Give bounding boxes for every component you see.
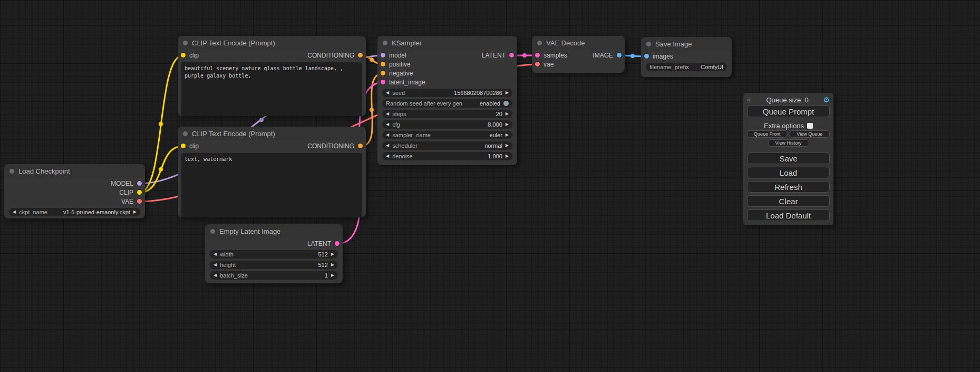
decrement-arrow-icon[interactable]: ◀ [214, 252, 217, 256]
node-load-checkpoint[interactable]: Load Checkpoint MODEL CLIP VAE ◀ ckpt_na… [4, 164, 145, 218]
decrement-arrow-icon[interactable]: ◀ [386, 144, 389, 148]
collapse-dot-icon[interactable] [537, 41, 542, 45]
decrement-arrow-icon[interactable]: ◀ [386, 112, 389, 116]
toggle-icon[interactable] [503, 101, 509, 106]
graph-canvas[interactable]: Load Checkpoint MODEL CLIP VAE ◀ ckpt_na… [0, 0, 980, 372]
view-queue-button[interactable]: View Queue [790, 130, 830, 138]
widget-height[interactable]: ◀ height 512 ▶ [210, 261, 338, 269]
decrement-arrow-icon[interactable]: ◀ [214, 263, 217, 267]
widget-denoise[interactable]: ◀ denoise 1.000 ▶ [382, 152, 512, 160]
queue-prompt-button[interactable]: Queue Prompt [747, 106, 830, 117]
widget-ckpt-name[interactable]: ◀ ckpt_name v1-5-pruned-emaonly.ckpt ▶ [9, 208, 140, 216]
input-slot-clip-icon[interactable] [181, 53, 186, 58]
input-slot-negative-icon[interactable] [381, 71, 385, 75]
input-slot-clip-icon[interactable] [181, 144, 186, 148]
slot-row: clip CONDITIONING [178, 141, 366, 150]
increment-arrow-icon[interactable]: ▶ [506, 112, 509, 116]
widget-steps[interactable]: ◀ steps 20 ▶ [382, 110, 512, 118]
increment-arrow-icon[interactable]: ▶ [331, 273, 334, 278]
widget-label: seed [392, 90, 405, 96]
decrement-arrow-icon[interactable]: ◀ [386, 133, 389, 137]
output-slot-latent-icon[interactable] [335, 241, 339, 246]
input-slot-latent-image-icon[interactable] [381, 80, 385, 84]
widget-sampler-name[interactable]: ◀ sampler_name euler ▶ [382, 131, 512, 139]
view-history-button[interactable]: View History [768, 139, 809, 147]
widget-batch-size[interactable]: ◀ batch_size 1 ▶ [210, 271, 338, 280]
load-button[interactable]: Load [747, 167, 830, 178]
input-slot-images-icon[interactable] [644, 54, 649, 59]
decrement-arrow-icon[interactable]: ◀ [386, 91, 389, 95]
increment-arrow-icon[interactable]: ▶ [506, 144, 509, 148]
input-label-samples: samples [544, 52, 567, 59]
node-title-bar[interactable]: Empty Latent Image [205, 224, 343, 238]
refresh-button[interactable]: Refresh [747, 181, 830, 193]
decrement-arrow-icon[interactable]: ◀ [13, 210, 16, 214]
queue-front-button[interactable]: Queue Front [747, 130, 788, 138]
save-button[interactable]: Save [747, 152, 830, 164]
node-title-bar[interactable]: Save Image [641, 37, 732, 51]
output-slot-clip-icon[interactable] [137, 190, 142, 195]
node-title-bar[interactable]: KSampler [377, 36, 517, 50]
collapse-dot-icon[interactable] [183, 131, 188, 136]
collapse-dot-icon[interactable] [646, 42, 651, 46]
widget-value: normal [484, 142, 502, 149]
node-save-image[interactable]: Save Image images filename_prefix ComfyU… [641, 37, 732, 77]
node-title-bar[interactable]: CLIP Text Encode (Prompt) [178, 127, 366, 140]
widget-value: 8.000 [488, 121, 502, 128]
output-slot-image-icon[interactable] [617, 53, 622, 58]
node-title-bar[interactable]: Load Checkpoint [4, 164, 145, 178]
increment-arrow-icon[interactable]: ▶ [331, 263, 334, 267]
output-slot-conditioning-icon[interactable] [358, 53, 363, 58]
widget-seed[interactable]: ◀ seed 156680208700286 ▶ [382, 89, 512, 97]
input-label-clip: clip [189, 52, 199, 59]
collapse-dot-icon[interactable] [210, 229, 215, 234]
widget-cfg[interactable]: ◀ cfg 8.000 ▶ [382, 120, 512, 129]
output-slot-model-icon[interactable] [137, 181, 142, 186]
node-ksampler[interactable]: KSampler model LATENT positive negative [377, 36, 517, 165]
input-label-images: images [653, 53, 673, 60]
input-slot-model-icon[interactable] [381, 53, 385, 58]
node-vae-decode[interactable]: VAE Decode samples IMAGE vae [532, 36, 625, 73]
drag-handle-icon[interactable]: ⣿ [747, 97, 754, 102]
node-title-bar[interactable]: VAE Decode [532, 36, 625, 50]
prompt-textarea[interactable]: beautiful scenery nature glass bottle la… [181, 62, 362, 116]
increment-arrow-icon[interactable]: ▶ [506, 133, 509, 137]
collapse-dot-icon[interactable] [9, 169, 14, 174]
prompt-textarea[interactable]: text, watermark [181, 153, 362, 217]
widget-scheduler[interactable]: ◀ scheduler normal ▶ [382, 141, 512, 150]
settings-gear-icon[interactable]: ⚙ [821, 96, 830, 104]
clear-button[interactable]: Clear [747, 195, 830, 207]
collapse-dot-icon[interactable] [183, 41, 188, 45]
collapse-dot-icon[interactable] [383, 41, 387, 45]
input-slot-vae-icon[interactable] [535, 62, 540, 66]
widget-width[interactable]: ◀ width 512 ▶ [210, 250, 338, 259]
node-title-bar[interactable]: CLIP Text Encode (Prompt) [178, 36, 366, 50]
increment-arrow-icon[interactable]: ▶ [506, 154, 509, 158]
slot-row: latent_image [377, 78, 517, 87]
widget-random-seed-toggle[interactable]: Random seed after every gen enabled [382, 99, 512, 108]
output-slot-vae-icon[interactable] [137, 199, 142, 204]
output-slot-conditioning-icon[interactable] [358, 144, 363, 148]
output-row-vae: VAE [4, 197, 145, 206]
node-title: VAE Decode [546, 39, 585, 47]
node-empty-latent-image[interactable]: Empty Latent Image LATENT ◀ width 512 ▶ … [205, 224, 343, 283]
output-slot-latent-icon[interactable] [509, 53, 514, 58]
widget-value: 512 [318, 251, 327, 257]
decrement-arrow-icon[interactable]: ◀ [386, 122, 389, 127]
node-clip-text-encode-positive[interactable]: CLIP Text Encode (Prompt) clip CONDITION… [178, 36, 366, 116]
link-midpoint-dot [522, 53, 527, 58]
node-clip-text-encode-negative[interactable]: CLIP Text Encode (Prompt) clip CONDITION… [178, 127, 366, 217]
increment-arrow-icon[interactable]: ▶ [506, 122, 509, 127]
load-default-button[interactable]: Load Default [747, 209, 830, 221]
decrement-arrow-icon[interactable]: ◀ [214, 273, 217, 278]
increment-arrow-icon[interactable]: ▶ [133, 210, 137, 214]
extra-options-checkbox[interactable] [807, 123, 813, 129]
link-midpoint-dot [630, 54, 635, 58]
input-slot-positive-icon[interactable] [381, 62, 385, 66]
widget-filename-prefix[interactable]: filename_prefix ComfyUI [646, 63, 727, 71]
decrement-arrow-icon[interactable]: ◀ [386, 154, 389, 158]
input-slot-samples-icon[interactable] [535, 53, 540, 58]
increment-arrow-icon[interactable]: ▶ [506, 91, 509, 95]
increment-arrow-icon[interactable]: ▶ [331, 252, 334, 256]
node-title: Empty Latent Image [219, 227, 280, 235]
